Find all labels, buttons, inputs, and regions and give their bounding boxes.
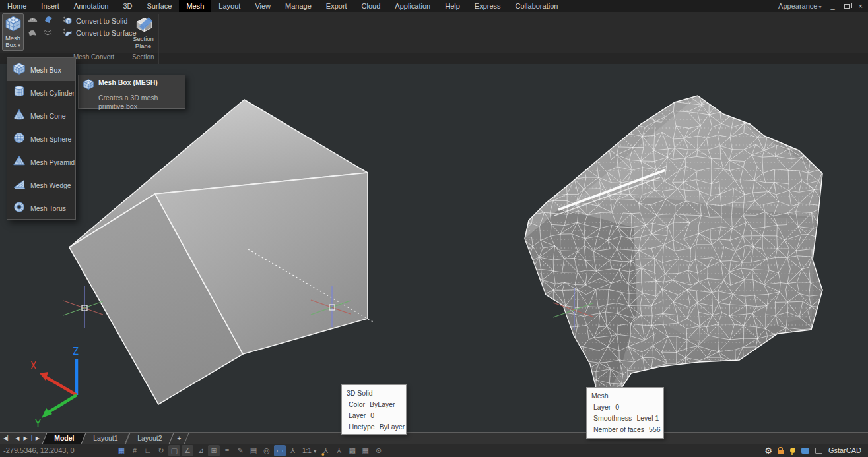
section-plane-button[interactable]: SectionPlane [129,13,157,51]
ribbon-separator [158,14,159,64]
convert-to-solid-button[interactable]: Convert to Solid [63,16,127,26]
object-snap-toggle[interactable]: ▢ [168,445,180,456]
menu-cloud[interactable]: Cloud [354,0,388,12]
dropdown-item-mesh-torus[interactable]: Mesh Torus [7,197,75,220]
mesh-box-tooltip: Mesh Box (MESH) Creates a 3D mesh primit… [78,75,185,109]
menu-help[interactable]: Help [438,0,467,12]
menu-mesh[interactable]: Mesh [179,0,211,12]
mesh-primitives-dropdown: Mesh BoxMesh CylinderMesh ConeMesh Spher… [7,57,76,220]
minimize-button[interactable]: _ [830,3,834,9]
menu-application[interactable]: Application [387,0,438,12]
dropdown-item-label: Mesh Torus [30,204,66,212]
convert-to-surface-button[interactable]: Convert to Surface [63,28,137,38]
mesh-box-button[interactable]: MeshBox ▾ [2,13,24,51]
smooth-more-icon [43,15,54,26]
annotation-visibility-toggle[interactable]: Y [287,445,299,456]
ucs-label-x: X [30,360,36,372]
mesh-rock-object[interactable] [516,88,830,411]
layout-tabs: ModelLayout1Layout2+ [45,433,187,444]
refine-mesh-button[interactable] [41,27,55,40]
layer-stack-toggle[interactable]: ▤ [248,445,259,456]
status-right-cluster: ⚙ GstarCAD [764,446,868,456]
menu-manage[interactable]: Manage [278,0,319,12]
ribbon: MeshBox ▾ Convert to Solid Convert to Su… [0,12,868,64]
dropdown-item-mesh-box[interactable]: Mesh Box [7,58,75,81]
menu-express[interactable]: Express [467,0,508,12]
menu-layout[interactable]: Layout [211,0,248,12]
menu-annotation[interactable]: Annotation [67,0,116,12]
menu-surface[interactable]: Surface [140,0,180,12]
dropdown-item-label: Mesh Pyramid [30,158,75,166]
auto-annotation-toggle[interactable]: Y [320,445,332,456]
smooth-less-icon [27,28,38,39]
section-plane-icon [135,15,152,33]
dropdown-item-mesh-wedge[interactable]: Mesh Wedge [7,173,75,197]
menu-collaboration[interactable]: Collaboration [508,0,566,12]
dropdown-item-mesh-pyramid[interactable]: Mesh Pyramid [7,150,75,173]
allow-dynamic-ucs-toggle[interactable]: ⊞ [208,445,220,456]
tips-bulb-icon[interactable] [790,448,795,453]
restore-button[interactable] [844,3,850,9]
mesh-box-icon [5,15,22,32]
prev-tab-button[interactable]: ◀ [15,433,19,444]
window-controls: Appearance▾ _ × [778,2,868,10]
ucs-label-y: Y [35,418,41,430]
smooth-more-button[interactable] [41,14,55,26]
ucs-label-z: Z [73,346,79,357]
fullscreen-icon[interactable] [815,448,822,454]
group-label-section: Section [128,53,158,61]
smooth-less-button[interactable] [25,27,40,40]
tooltip-title: Mesh [591,390,657,402]
tab-model[interactable]: Model [42,433,86,444]
refine-mesh-icon [43,28,54,39]
annotation-monitor-toggle[interactable]: Y [333,445,345,456]
dynamic-input-toggle[interactable]: ▭ [274,445,286,456]
dropdown-item-mesh-sphere[interactable]: Mesh Sphere [7,127,75,150]
ui-lock-icon[interactable] [778,450,784,454]
dropdown-item-mesh-cone[interactable]: Mesh Cone [7,104,75,127]
viewport-controls-toggle[interactable]: ▦ [360,445,372,456]
scene-canvas: ZXY [0,64,868,432]
tab-navigation: ◀▏ ◀ ▶ ▏▶ [0,433,45,444]
ortho-mode-toggle[interactable]: ∟ [142,445,154,456]
convert-to-solid-label: Convert to Solid [76,17,127,25]
chevron-down-icon: ▾ [818,4,821,10]
mesh-properties-tooltip: Mesh Layer0SmoothnessLevel 1Nember of fa… [586,387,664,439]
convert-solid-icon [63,16,73,26]
model-viewport[interactable]: ZXY 3D Solid ColorByLayerLayer0LinetypeB… [0,64,868,432]
snap-mode-toggle[interactable]: # [129,445,141,456]
section-plane-label: SectionPlane [133,36,154,49]
grid-display-toggle[interactable]: ▦ [116,445,127,456]
menu-export[interactable]: Export [319,0,354,12]
osnap-tracking-toggle[interactable]: ∠ [182,445,193,456]
isolate-objects-toggle[interactable]: ▩ [347,445,358,456]
smooth-object-button[interactable] [25,14,40,26]
annotation-scale-toggle[interactable]: 1:1 ▾ [300,445,319,456]
menu-view[interactable]: View [248,0,278,12]
tab-layout2[interactable]: Layout2 [125,433,174,444]
first-tab-button[interactable]: ◀▏ [3,433,11,444]
lineweight-display-toggle[interactable]: ≡ [221,445,233,456]
mesh-box-icon [5,15,22,35]
dynamic-ucs-toggle[interactable]: ⊿ [195,445,207,456]
close-button[interactable]: × [859,3,863,9]
last-tab-button[interactable]: ▏▶ [32,433,40,444]
settings-gear-icon[interactable]: ⚙ [764,446,772,456]
selection-cycling-toggle[interactable]: ◎ [261,445,273,456]
polar-tracking-toggle[interactable]: ↻ [155,445,167,456]
next-tab-button[interactable]: ▶ [23,433,27,444]
menu-home[interactable]: Home [0,0,34,12]
mesh-cylinder-icon [13,85,26,98]
tab-layout1[interactable]: Layout1 [81,433,131,444]
menu-3d[interactable]: 3D [116,0,139,12]
feedback-chat-icon[interactable] [801,448,809,454]
quick-properties-toggle[interactable]: ✎ [234,445,246,456]
menu-insert[interactable]: Insert [34,0,67,12]
appearance-menu[interactable]: Appearance▾ [778,2,821,10]
mesh-box-button-label: MeshBox ▾ [5,35,20,49]
mesh-cone-icon [13,108,26,121]
dropdown-item-mesh-cylinder[interactable]: Mesh Cylinder [7,81,75,104]
mesh-box-icon [83,78,94,90]
solid-box-object[interactable] [69,100,368,404]
clean-screen-toggle[interactable]: ⊙ [373,445,385,456]
